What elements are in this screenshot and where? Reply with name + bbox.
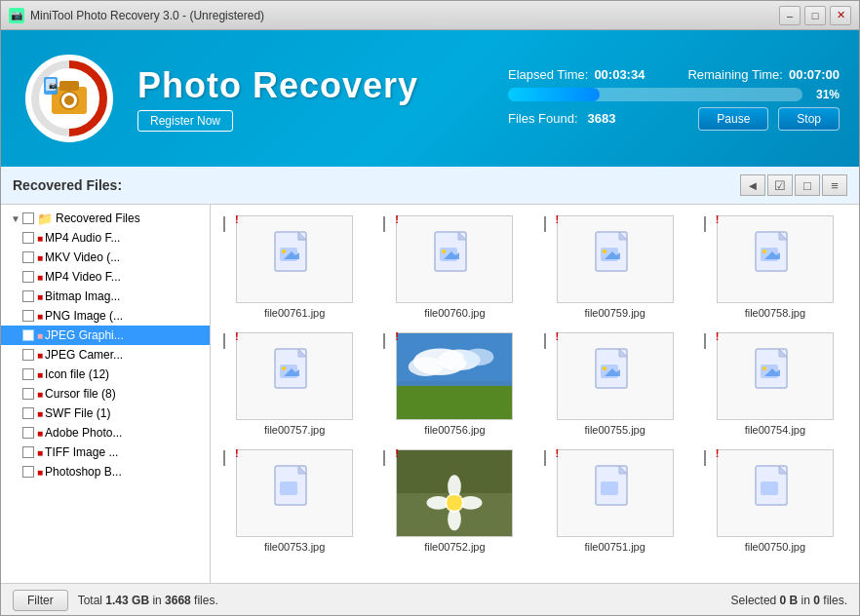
thumb-cell-7[interactable]: ! file00754.jpg — [695, 326, 855, 443]
tree-item-bitmap[interactable]: ■ Bitmap Imag... — [1, 287, 210, 306]
thumb-image-0 — [236, 215, 353, 303]
view-grid-button[interactable]: □ — [795, 174, 820, 196]
thumb-image-3 — [717, 215, 834, 303]
tree-label-icon: Icon file (12) — [45, 367, 109, 381]
view-list-button[interactable]: ≡ — [822, 174, 847, 196]
tree-label-bitmap: Bitmap Imag... — [45, 289, 120, 303]
thumb-cell-5[interactable]: ! file00756.jpg — [374, 326, 534, 443]
file-icon-svg-2 — [591, 230, 640, 289]
tree-item-mp4video[interactable]: ■ MP4 Video F... — [1, 267, 210, 287]
thumb-image-4 — [236, 332, 353, 420]
maximize-button[interactable]: □ — [804, 6, 826, 25]
tree-item-mkv[interactable]: ■ MKV Video (... — [1, 248, 210, 267]
checkbox-icon[interactable] — [22, 368, 34, 380]
thumb-cell-4[interactable]: ! file00757.jpg — [215, 326, 374, 443]
thumb-cell-6[interactable]: ! file00755.jpg — [535, 326, 695, 443]
filter-button[interactable]: Filter — [13, 590, 68, 611]
file-icon-svg-4 — [270, 347, 319, 405]
tree-item-cursor[interactable]: ■ Cursor file (8) — [1, 384, 210, 404]
logo-area: 📷 — [20, 50, 118, 147]
checkbox-png[interactable] — [22, 310, 34, 322]
thumb-image-5 — [396, 332, 513, 420]
thumb-checkbox-1[interactable] — [383, 216, 385, 232]
svg-point-60 — [427, 496, 450, 510]
tree-item-tiff[interactable]: ■ TIFF Image ... — [1, 443, 210, 462]
view-check-button[interactable]: ☑ — [767, 174, 793, 196]
checkbox-root[interactable] — [22, 212, 34, 224]
window-controls: – □ ✕ — [779, 6, 851, 25]
thumb-checkbox-4[interactable] — [223, 333, 225, 349]
checkbox-jpegcam[interactable] — [22, 349, 34, 361]
file-icon-svg-6 — [591, 347, 640, 405]
thumb-checkbox-2[interactable] — [544, 216, 546, 232]
thumb-cell-1[interactable]: ! file00760.jpg — [374, 209, 534, 326]
selected-size: 0 B — [780, 594, 799, 607]
stop-button[interactable]: Stop — [778, 107, 840, 131]
title-bar-text: MiniTool Photo Recovery 3.0 - (Unregiste… — [30, 9, 779, 22]
checkbox-mp4audio[interactable] — [22, 232, 34, 244]
thumb-checkbox-5[interactable] — [383, 333, 385, 349]
thumb-exclaim-5: ! — [395, 330, 399, 342]
tree-item-jpeg[interactable]: ■ JPEG Graphi... — [1, 326, 210, 345]
svg-rect-2 — [59, 81, 79, 91]
file-icon-jpeg: ■ — [37, 330, 43, 341]
tree-label-swf: SWF File (1) — [45, 406, 110, 420]
thumb-checkbox-10[interactable] — [544, 450, 546, 466]
thumb-filename-5: file00756.jpg — [424, 424, 485, 436]
checkbox-cursor[interactable] — [22, 388, 34, 400]
tree-item-adobe[interactable]: ■ Adobe Photo... — [1, 423, 210, 443]
file-icon-adobe: ■ — [37, 428, 43, 439]
register-button[interactable]: Register Now — [137, 110, 233, 132]
tree-item-jpegcam[interactable]: ■ JPEG Camer... — [1, 345, 210, 365]
thumb-cell-3[interactable]: ! file00758.jpg — [695, 209, 855, 326]
thumb-checkbox-7[interactable] — [704, 333, 706, 349]
thumb-checkbox-6[interactable] — [544, 333, 546, 349]
view-controls: ◄ ☑ □ ≡ — [740, 174, 847, 196]
checkbox-mp4video[interactable] — [22, 271, 34, 283]
logo-svg: 📷 — [30, 59, 108, 137]
tree-item-root[interactable]: ▼ 📁 Recovered Files — [1, 209, 210, 228]
thumb-cell-0[interactable]: ! file00761.jpg — [215, 209, 374, 326]
file-tree-panel: ▼ 📁 Recovered Files ■ MP4 Audio F... ■ M… — [1, 205, 211, 583]
thumb-checkbox-9[interactable] — [383, 450, 385, 466]
progress-fill — [508, 88, 600, 101]
svg-point-38 — [409, 357, 443, 376]
file-icon-svg-10 — [591, 464, 640, 522]
checkbox-adobe[interactable] — [22, 427, 34, 439]
thumb-checkbox-11[interactable] — [704, 450, 706, 466]
svg-point-19 — [442, 250, 446, 253]
tree-item-swf[interactable]: ■ SWF File (1) — [1, 404, 210, 423]
tree-item-png[interactable]: ■ PNG Image (... — [1, 306, 210, 326]
thumb-cell-10[interactable]: ! file00751.jpg — [535, 443, 695, 559]
thumb-image-11 — [717, 449, 834, 537]
tree-item-photoshop[interactable]: ■ Photoshop B... — [1, 462, 210, 481]
tree-item-mp4audio[interactable]: ■ MP4 Audio F... — [1, 228, 210, 248]
thumb-checkbox-3[interactable] — [704, 216, 706, 232]
checkbox-tiff[interactable] — [22, 446, 34, 458]
logo-circle: 📷 — [25, 55, 113, 142]
pause-button[interactable]: Pause — [698, 107, 768, 131]
progress-bar-container: 31% — [508, 88, 840, 101]
checkbox-mkv[interactable] — [22, 251, 34, 263]
thumb-image-1 — [396, 215, 513, 303]
total-files: 3668 — [165, 594, 191, 607]
tree-item-icon[interactable]: ■ Icon file (12) — [1, 365, 210, 384]
thumb-checkbox-0[interactable] — [223, 216, 225, 232]
checkbox-bitmap[interactable] — [22, 290, 34, 302]
thumb-cell-11[interactable]: ! file00750.jpg — [695, 443, 855, 559]
thumb-checkbox-8[interactable] — [223, 450, 225, 466]
thumb-cell-8[interactable]: ! file00753.jpg — [215, 443, 374, 559]
thumb-exclaim-2: ! — [556, 213, 560, 225]
checkbox-swf[interactable] — [22, 407, 34, 419]
checkbox-photoshop[interactable] — [22, 466, 34, 478]
checkbox-jpeg[interactable] — [22, 329, 34, 341]
view-back-button[interactable]: ◄ — [740, 174, 765, 196]
file-icon-mkv: ■ — [37, 252, 43, 263]
thumb-cell-2[interactable]: ! file00759.jpg — [535, 209, 695, 326]
tree-label-mkv: MKV Video (... — [45, 250, 120, 264]
file-icon-cursor: ■ — [37, 389, 43, 400]
close-button[interactable]: ✕ — [830, 6, 851, 25]
minimize-button[interactable]: – — [779, 6, 801, 25]
thumb-cell-9[interactable]: ! file00752.jpg — [374, 443, 534, 559]
thumb-filename-4: file00757.jpg — [264, 424, 325, 436]
